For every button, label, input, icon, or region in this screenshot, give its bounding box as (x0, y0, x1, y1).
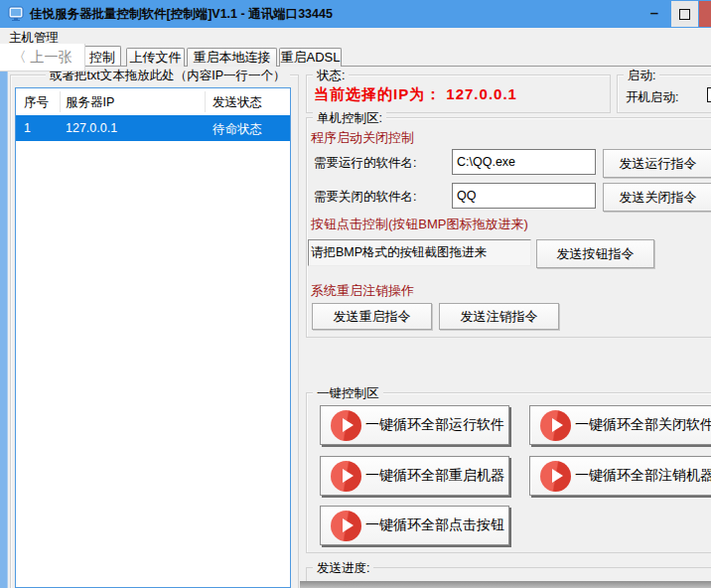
previous-image-overlay[interactable]: 〈 上一张 (0, 44, 85, 72)
tab-restart-local-connection[interactable]: 重启本地连接 (187, 48, 277, 67)
play-icon-triangle (343, 418, 354, 432)
onekey-group-label: 一键控制区 (313, 385, 383, 402)
play-icon-triangle (343, 518, 354, 532)
onekey-click-all-button[interactable]: 一键循环全部点击按钮 (320, 506, 509, 545)
maximize-button[interactable] (671, 1, 698, 27)
table-row[interactable]: 1 127.0.0.1 待命状态 (16, 115, 290, 141)
onekey-run-all-label: 一键循环全部运行软件 (361, 416, 508, 434)
app-window: 佳悦服务器批量控制软件[控制端]V1.1 - 通讯端口33445 – 主机管理 … (0, 0, 711, 588)
minimize-button[interactable]: – (640, 0, 669, 28)
send-progress-bar (300, 581, 711, 588)
send-close-command-button[interactable]: 发送关闭指令 (603, 183, 711, 212)
column-header-index[interactable]: 序号 (24, 94, 49, 111)
play-icon (540, 461, 571, 492)
send-run-command-button[interactable]: 发送运行指令 (603, 149, 711, 178)
selected-ip-message: 当前选择的IP为： 127.0.0.1 (314, 85, 517, 104)
onekey-restart-all-button[interactable]: 一键循环全部重启机器 (320, 456, 509, 496)
onekey-click-all-label: 一键循环全部点击按钮 (361, 516, 508, 534)
window-left-border (0, 46, 8, 588)
single-control-group-label: 单机控制区: (313, 110, 386, 127)
boot-startup-label: 开机启动: (626, 89, 678, 106)
send-restart-command-button[interactable]: 发送重启指令 (312, 303, 432, 330)
run-software-label: 需要运行的软件名: (314, 155, 416, 172)
window-title: 佳悦服务器批量控制软件[控制端]V1.1 - 通讯端口33445 (30, 6, 333, 23)
run-software-input[interactable] (452, 149, 596, 175)
column-header-send-status[interactable]: 发送状态 (213, 94, 262, 111)
status-group-label: 状态: (313, 68, 349, 84)
onekey-close-all-label: 一键循环全部关闭软件 (571, 416, 711, 434)
play-icon (331, 410, 361, 441)
column-separator (60, 91, 61, 112)
send-logout-command-button[interactable]: 发送注销指令 (439, 303, 559, 330)
close-software-label: 需要关闭的软件名: (314, 189, 416, 206)
tab-upload-file[interactable]: 上传文件 (126, 48, 185, 67)
title-bar: 佳悦服务器批量控制软件[控制端]V1.1 - 通讯端口33445 – (0, 0, 711, 28)
play-icon-triangle (552, 418, 563, 432)
play-icon-triangle (552, 469, 563, 483)
close-button[interactable] (699, 1, 711, 27)
onekey-run-all-button[interactable]: 一键循环全部运行软件 (320, 405, 509, 445)
tab-restart-adsl[interactable]: 重启ADSL (279, 48, 342, 67)
play-icon (331, 511, 361, 541)
startup-group-label: 启动: (624, 68, 659, 84)
row-index: 1 (24, 121, 31, 135)
server-list[interactable]: 序号 服务器IP 发送状态 1 127.0.0.1 待命状态 (15, 87, 291, 588)
close-software-input[interactable] (452, 183, 596, 209)
send-button-command-button[interactable]: 发送按钮指令 (536, 239, 654, 268)
system-restart-section-title: 系统重启注销操作 (311, 282, 414, 300)
bmp-drop-zone[interactable]: 请把BMP格式的按钮截图拖进来 (308, 239, 531, 266)
program-control-section-title: 程序启动关闭控制 (311, 129, 414, 147)
onekey-logout-all-button[interactable]: 一键循环全部注销机器 (529, 456, 711, 496)
button-click-section-title: 按钮点击控制(按钮BMP图标拖放进来) (311, 216, 528, 233)
row-server-ip: 127.0.0.1 (66, 121, 117, 135)
maximize-icon (679, 9, 690, 20)
column-separator (205, 91, 206, 112)
column-header-server-ip[interactable]: 服务器IP (66, 94, 114, 111)
progress-group-label: 发送进度: (313, 560, 373, 577)
onekey-restart-all-label: 一键循环全部重启机器 (361, 467, 508, 485)
onekey-close-all-button[interactable]: 一键循环全部关闭软件 (529, 405, 711, 445)
server-list-header: 序号 服务器IP 发送状态 (16, 88, 290, 116)
play-icon-triangle (343, 469, 354, 483)
row-send-status: 待命状态 (213, 121, 262, 138)
onekey-logout-all-label: 一键循环全部注销机器 (571, 467, 711, 485)
app-icon (8, 6, 24, 22)
play-icon (331, 461, 361, 492)
menu-bar: 主机管理 (0, 28, 711, 46)
boot-startup-checkbox[interactable] (707, 87, 711, 102)
play-icon (540, 410, 571, 441)
